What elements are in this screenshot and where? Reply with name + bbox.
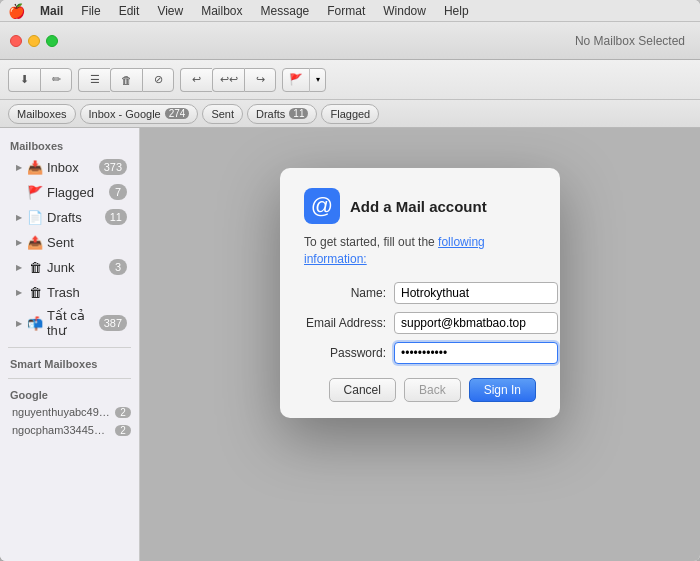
content-area: @ Add a Mail account To get started, fil… bbox=[140, 128, 700, 561]
all-mail-icon: 📬 bbox=[26, 314, 44, 332]
reply-all-button[interactable]: ↩↩ bbox=[212, 68, 244, 92]
sidebar-item-trash[interactable]: ▶ 🗑 Trash bbox=[4, 280, 135, 304]
name-input[interactable] bbox=[394, 282, 558, 304]
sidebar-google-account-2[interactable]: ngocpham33445@gmail.com 2 bbox=[0, 421, 139, 439]
flag-button[interactable]: 🚩 ▾ bbox=[282, 68, 326, 92]
mailboxes-section-label: Mailboxes bbox=[0, 136, 139, 154]
sidebar-item-all-mail[interactable]: ▶ 📬 Tất cả thư 387 bbox=[4, 305, 135, 341]
toolbar: ⬇ ✏ ☰ 🗑 ⊘ ↩ ↩↩ ↪ bbox=[0, 60, 700, 100]
junk-icon: 🗑 bbox=[26, 258, 44, 276]
expand-icon: ▶ bbox=[16, 163, 26, 172]
sent-icon: 📤 bbox=[26, 233, 44, 251]
sidebar-item-junk[interactable]: ▶ 🗑 Junk 3 bbox=[4, 255, 135, 279]
smart-mailboxes-label: Smart Mailboxes bbox=[0, 354, 139, 372]
cancel-button[interactable]: Cancel bbox=[329, 378, 396, 402]
delete-button[interactable]: 🗑 bbox=[110, 68, 142, 92]
tab-inbox-google[interactable]: Inbox - Google 274 bbox=[80, 104, 199, 124]
email-row: Email Address: bbox=[304, 312, 536, 334]
main-content: Mailboxes ▶ 📥 Inbox 373 🚩 Flagged 7 ▶ 📄 … bbox=[0, 128, 700, 561]
expand-icon: ▶ bbox=[16, 319, 26, 328]
forward-button[interactable]: ↪ bbox=[244, 68, 276, 92]
menu-format[interactable]: Format bbox=[324, 4, 368, 18]
sidebar-item-inbox[interactable]: ▶ 📥 Inbox 373 bbox=[4, 155, 135, 179]
menu-window[interactable]: Window bbox=[380, 4, 429, 18]
reply-all-icon: ↩↩ bbox=[220, 73, 238, 86]
menu-mailbox[interactable]: Mailbox bbox=[198, 4, 245, 18]
password-row: Password: bbox=[304, 342, 536, 364]
minimize-button[interactable] bbox=[28, 35, 40, 47]
compose-icon: ✏ bbox=[52, 73, 61, 86]
trash-icon: 🗑 bbox=[26, 283, 44, 301]
dialog-icon: @ bbox=[304, 188, 340, 224]
name-row: Name: bbox=[304, 282, 536, 304]
get-mail-button[interactable]: ⬇ bbox=[8, 68, 40, 92]
apple-menu[interactable]: 🍎 bbox=[8, 3, 25, 19]
name-label: Name: bbox=[304, 286, 394, 300]
archive-button[interactable]: ☰ bbox=[78, 68, 110, 92]
password-input[interactable] bbox=[394, 342, 558, 364]
dialog-header: @ Add a Mail account bbox=[304, 188, 536, 224]
sidebar-item-sent[interactable]: ▶ 📤 Sent bbox=[4, 230, 135, 254]
compose-button[interactable]: ✏ bbox=[40, 68, 72, 92]
flag-dropdown-arrow[interactable]: ▾ bbox=[309, 68, 325, 92]
sidebar-divider-2 bbox=[8, 378, 131, 379]
menu-mail[interactable]: Mail bbox=[37, 4, 66, 18]
compose-group: ⬇ ✏ bbox=[8, 68, 72, 92]
junk-icon: ⊘ bbox=[154, 73, 163, 86]
google-section-label: Google bbox=[0, 385, 139, 403]
drafts-icon: 📄 bbox=[26, 208, 44, 226]
reply-icon: ↩ bbox=[192, 73, 201, 86]
sidebar-google-account-1[interactable]: nguyenthuyabc496@gmail... 2 bbox=[0, 403, 139, 421]
email-input[interactable] bbox=[394, 312, 558, 334]
back-button[interactable]: Back bbox=[404, 378, 461, 402]
inbox-icon: 📥 bbox=[26, 158, 44, 176]
window-title: No Mailbox Selected bbox=[575, 34, 685, 48]
menu-help[interactable]: Help bbox=[441, 4, 472, 18]
tabs-bar: Mailboxes Inbox - Google 274 Sent Drafts… bbox=[0, 100, 700, 128]
dialog-title: Add a Mail account bbox=[350, 198, 487, 215]
add-mail-account-dialog: @ Add a Mail account To get started, fil… bbox=[280, 168, 560, 418]
menu-bar: 🍎 Mail File Edit View Mailbox Message Fo… bbox=[0, 0, 700, 22]
get-mail-icon: ⬇ bbox=[20, 73, 29, 86]
delete-icon: 🗑 bbox=[121, 74, 132, 86]
expand-icon: ▶ bbox=[16, 288, 26, 297]
mail-window: 🍎 Mail File Edit View Mailbox Message Fo… bbox=[0, 0, 700, 561]
expand-icon: ▶ bbox=[16, 263, 26, 272]
sidebar: Mailboxes ▶ 📥 Inbox 373 🚩 Flagged 7 ▶ 📄 … bbox=[0, 128, 140, 561]
flag-icon: 🚩 bbox=[283, 68, 309, 92]
reply-button[interactable]: ↩ bbox=[180, 68, 212, 92]
close-button[interactable] bbox=[10, 35, 22, 47]
flagged-icon: 🚩 bbox=[26, 183, 44, 201]
tab-flagged[interactable]: Flagged bbox=[321, 104, 379, 124]
expand-icon: ▶ bbox=[16, 238, 26, 247]
junk-button[interactable]: ⊘ bbox=[142, 68, 174, 92]
archive-icon: ☰ bbox=[90, 73, 100, 86]
password-label: Password: bbox=[304, 346, 394, 360]
sidebar-item-flagged[interactable]: 🚩 Flagged 7 bbox=[4, 180, 135, 204]
dialog-subtitle: To get started, fill out the following i… bbox=[304, 234, 536, 268]
tab-sent[interactable]: Sent bbox=[202, 104, 243, 124]
title-bar: No Mailbox Selected bbox=[0, 22, 700, 60]
sidebar-item-drafts[interactable]: ▶ 📄 Drafts 11 bbox=[4, 205, 135, 229]
mail-at-icon: @ bbox=[311, 193, 333, 219]
sidebar-divider-1 bbox=[8, 347, 131, 348]
signin-button[interactable]: Sign In bbox=[469, 378, 536, 402]
dialog-buttons: Cancel Back Sign In bbox=[304, 378, 536, 402]
tab-drafts[interactable]: Drafts 11 bbox=[247, 104, 317, 124]
forward-icon: ↪ bbox=[256, 73, 265, 86]
menu-file[interactable]: File bbox=[78, 4, 103, 18]
email-label: Email Address: bbox=[304, 316, 394, 330]
tab-mailboxes[interactable]: Mailboxes bbox=[8, 104, 76, 124]
menu-view[interactable]: View bbox=[154, 4, 186, 18]
delete-group: ☰ 🗑 ⊘ bbox=[78, 68, 174, 92]
menu-edit[interactable]: Edit bbox=[116, 4, 143, 18]
modal-overlay: @ Add a Mail account To get started, fil… bbox=[140, 128, 700, 561]
maximize-button[interactable] bbox=[46, 35, 58, 47]
reply-group: ↩ ↩↩ ↪ bbox=[180, 68, 276, 92]
menu-message[interactable]: Message bbox=[258, 4, 313, 18]
traffic-lights bbox=[10, 35, 58, 47]
expand-icon: ▶ bbox=[16, 213, 26, 222]
